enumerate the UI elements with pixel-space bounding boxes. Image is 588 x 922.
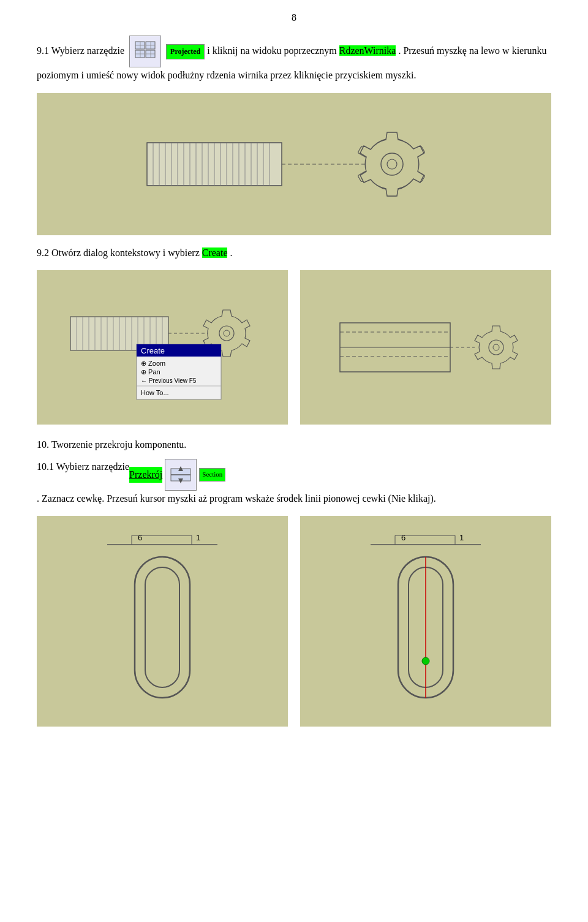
przekroj-text: Przekrój (129, 467, 162, 483)
svg-point-45 (381, 153, 403, 175)
section-10-text: 10. Tworzenie przekroju komponentu. (37, 439, 186, 450)
svg-text:Create: Create (141, 346, 165, 355)
section-10-block: 10. Tworzenie przekroju komponentu. (37, 437, 551, 453)
diagram-1 (37, 93, 551, 235)
projected-icon (129, 36, 161, 67)
diagram-2-container: Create ⊕ Zoom ⊕ Pan ← Previous View F5 H… (37, 270, 551, 425)
svg-point-104 (422, 657, 429, 665)
svg-text:6: 6 (401, 533, 405, 542)
section-icon (165, 459, 197, 491)
bottom-right-diagram: 6 1 (300, 516, 551, 727)
diagram-2-left: Create ⊕ Zoom ⊕ Pan ← Previous View F5 H… (37, 270, 288, 425)
section-tool: Przekrój Section (129, 459, 225, 491)
svg-text:6: 6 (138, 533, 142, 542)
section-badge: Section (199, 468, 225, 482)
section-92-suffix: . (230, 248, 232, 258)
bottom-left-diagram: 6 1 (37, 516, 288, 727)
svg-text:⊕ Zoom: ⊕ Zoom (141, 360, 165, 367)
page-number: 8 (37, 12, 551, 23)
section-92-text: 9.2 Otwórz dialog kontekstowy i wybierz (37, 248, 200, 258)
projected-badge: Projected (166, 44, 205, 59)
section-91-prefix: 9.1 Wybierz narzędzie (37, 45, 124, 56)
svg-text:⊕ Pan: ⊕ Pan (141, 368, 160, 376)
svg-text:1: 1 (196, 533, 200, 542)
svg-text:How To...: How To... (141, 389, 169, 396)
bottom-diagrams: 6 1 6 1 (37, 516, 551, 727)
rdzenwirnika-text: RdzenWirnika (339, 45, 396, 56)
diagram-2-right (300, 270, 551, 425)
section-91-middle: i kliknij na widoku poprzecznym (207, 45, 337, 56)
svg-point-64 (219, 326, 234, 341)
svg-point-79 (489, 340, 503, 355)
section-92-block: 9.2 Otwórz dialog kontekstowy i wybierz … (37, 245, 551, 261)
section-101-middle: . Zaznacz cewkę. Przesuń kursor myszki a… (37, 491, 436, 507)
create-highlight: Create (202, 248, 228, 258)
section-101-block: 10.1 Wybierz narzędzie Przekrój Section … (37, 459, 551, 507)
svg-text:← Previous View  F5: ← Previous View F5 (141, 377, 197, 384)
svg-text:1: 1 (459, 533, 464, 542)
section-101-prefix: 10.1 Wybierz narzędzie (37, 459, 129, 475)
section-91-block: 9.1 Wybierz narzędzie Projected i klikni… (37, 36, 551, 83)
